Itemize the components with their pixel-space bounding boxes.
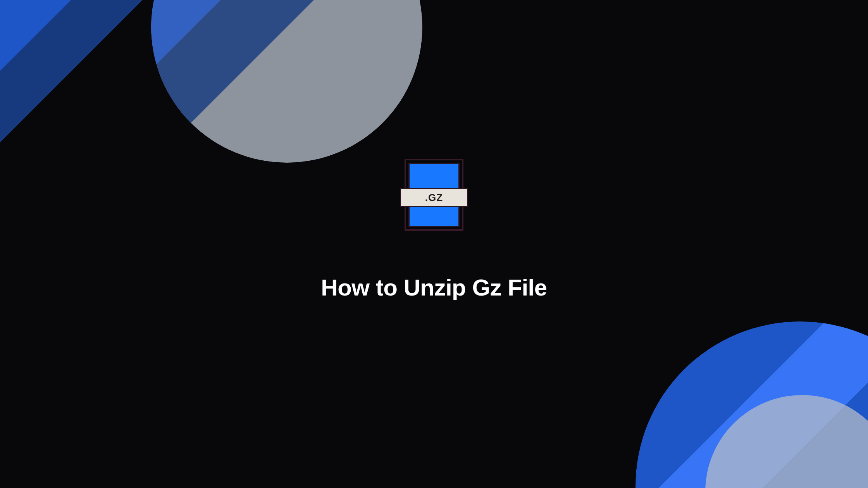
decorative-circle-bottom-right [636, 321, 868, 488]
gz-file-icon: .GZ [405, 159, 463, 231]
svg-rect-11 [636, 321, 868, 488]
svg-rect-9 [636, 321, 868, 488]
file-extension-label: .GZ [425, 192, 443, 204]
decorative-circle-top [151, 0, 422, 163]
svg-rect-12 [636, 321, 868, 488]
svg-rect-5 [151, 0, 372, 112]
svg-rect-1 [0, 0, 227, 227]
svg-rect-2 [0, 0, 263, 263]
svg-rect-7 [151, 0, 422, 163]
svg-rect-4 [151, 0, 422, 163]
svg-rect-0 [0, 0, 192, 192]
page-title: How to Unzip Gz File [0, 274, 868, 301]
decorative-circle-gray [705, 395, 868, 488]
svg-rect-6 [151, 0, 418, 158]
svg-rect-10 [636, 321, 868, 488]
